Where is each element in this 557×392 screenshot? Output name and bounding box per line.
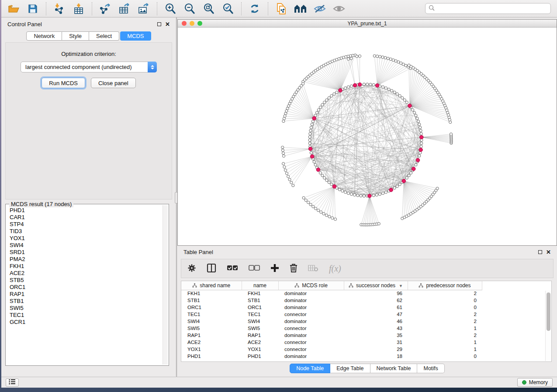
table-cell[interactable]: FKH1 xyxy=(181,290,242,297)
hide-selected-button[interactable] xyxy=(311,2,328,16)
table-row[interactable]: TEC1TEC1connector472 xyxy=(181,311,482,318)
table-cell[interactable]: FKH1 xyxy=(242,290,278,297)
table-cell[interactable]: TEC1 xyxy=(181,311,242,318)
deselect-all-button[interactable] xyxy=(249,265,260,272)
mcds-result-item[interactable]: SWI4 xyxy=(7,242,162,249)
table-cell[interactable]: dominator xyxy=(278,332,344,339)
import-table-button[interactable] xyxy=(70,2,87,16)
table-cell[interactable]: 62 xyxy=(344,297,408,304)
table-cell[interactable]: dominator xyxy=(278,353,344,360)
table-cell[interactable]: RAP1 xyxy=(242,332,278,339)
table-cell[interactable]: 35 xyxy=(344,332,408,339)
mcds-result-item[interactable]: SRD1 xyxy=(7,249,162,256)
refresh-view-button[interactable] xyxy=(246,2,263,16)
mcds-result-item[interactable]: PHD1 xyxy=(7,207,162,214)
table-row[interactable]: SWI4SWI4dominator462 xyxy=(181,318,482,325)
tab-network[interactable]: Network xyxy=(26,31,62,41)
table-cell[interactable]: ACE2 xyxy=(242,339,278,346)
table-cell[interactable]: dominator xyxy=(278,318,344,325)
table-cell[interactable]: 61 xyxy=(344,304,408,311)
table-row[interactable]: SWI5SWI5connector431 xyxy=(181,325,482,332)
memory-button[interactable]: Memory xyxy=(517,378,553,387)
table-row[interactable]: RAP1RAP1dominator352 xyxy=(181,332,482,339)
table-row[interactable]: PHD1PHD1dominator180 xyxy=(181,353,482,360)
close-panel-button[interactable]: Close panel xyxy=(91,78,136,88)
task-history-button[interactable] xyxy=(6,378,19,387)
mcds-result-item[interactable]: FKH1 xyxy=(7,263,162,270)
close-table-panel-icon[interactable]: ✕ xyxy=(546,250,551,254)
table-cell[interactable]: 1 xyxy=(408,346,482,353)
show-all-button[interactable] xyxy=(331,2,347,16)
table-cell[interactable]: 2 xyxy=(408,290,482,297)
table-cell[interactable]: 2 xyxy=(408,311,482,318)
mcds-result-item[interactable]: RAP1 xyxy=(7,291,162,298)
table-scrollbar[interactable] xyxy=(545,291,551,361)
mcds-result-item[interactable]: TID3 xyxy=(7,228,162,235)
tab-select[interactable]: Select xyxy=(89,31,119,41)
table-cell[interactable]: YOX1 xyxy=(181,346,242,353)
mcds-result-scrollbar[interactable] xyxy=(163,205,168,364)
table-cell[interactable]: 29 xyxy=(344,346,408,353)
criterion-select[interactable]: largest connected component (undirected) xyxy=(21,62,157,72)
table-cell[interactable]: PHD1 xyxy=(181,353,242,360)
table-cell[interactable]: connector xyxy=(278,339,344,346)
table-row[interactable]: ACE2ACE2connector311 xyxy=(181,339,482,346)
table-cell[interactable]: ORC1 xyxy=(242,304,278,311)
table-cell[interactable]: 43 xyxy=(344,325,408,332)
zoom-out-button[interactable] xyxy=(181,2,198,16)
table-cell[interactable]: ORC1 xyxy=(181,304,242,311)
tab-edge-table[interactable]: Edge Table xyxy=(330,364,370,373)
table-row[interactable]: YOX1YOX1connector291 xyxy=(181,346,482,353)
select-all-button[interactable] xyxy=(227,265,238,272)
function-builder-button[interactable]: f(x) xyxy=(329,264,341,274)
search-input[interactable] xyxy=(437,6,547,12)
close-panel-icon[interactable]: ✕ xyxy=(165,22,170,26)
tab-network-table[interactable]: Network Table xyxy=(370,364,418,373)
mcds-result-item[interactable]: YOX1 xyxy=(7,235,162,242)
column-header-predecessor-nodes[interactable]: predecessor nodes xyxy=(408,281,482,290)
table-cell[interactable]: 0 xyxy=(408,304,482,311)
table-cell[interactable]: 47 xyxy=(344,311,408,318)
mcds-result-item[interactable]: ORC1 xyxy=(7,284,162,291)
table-cell[interactable]: 18 xyxy=(344,353,408,360)
table-cell[interactable]: STB1 xyxy=(181,297,242,304)
table-cell[interactable]: 0 xyxy=(408,353,482,360)
table-cell[interactable]: 2 xyxy=(408,318,482,325)
mcds-result-item[interactable]: TEC1 xyxy=(7,312,162,319)
column-header-shared-name[interactable]: shared name xyxy=(181,281,242,290)
float-panel-icon[interactable] xyxy=(157,22,161,26)
first-neighbors-button[interactable] xyxy=(292,2,309,16)
add-column-button[interactable] xyxy=(270,264,279,274)
table-cell[interactable]: 2 xyxy=(408,332,482,339)
table-cell[interactable]: SWI5 xyxy=(181,325,242,332)
table-cell[interactable]: SWI4 xyxy=(181,318,242,325)
table-cell[interactable]: 46 xyxy=(344,318,408,325)
table-cell[interactable]: dominator xyxy=(278,290,344,297)
table-cell[interactable]: dominator xyxy=(278,304,344,311)
duplicate-network-button[interactable] xyxy=(273,2,290,16)
table-cell[interactable]: ACE2 xyxy=(181,339,242,346)
open-file-button[interactable] xyxy=(5,2,22,16)
column-header-MCDS-role[interactable]: MCDS role xyxy=(278,281,344,290)
table-cell[interactable]: PHD1 xyxy=(242,353,278,360)
column-header-successor-nodes[interactable]: successor nodes▼ xyxy=(344,281,408,290)
zoom-in-button[interactable] xyxy=(162,2,179,16)
show-columns-button[interactable] xyxy=(207,263,216,274)
delete-table-button[interactable] xyxy=(308,265,318,273)
import-network-button[interactable] xyxy=(51,2,68,16)
table-cell[interactable]: 96 xyxy=(344,290,408,297)
tab-motifs[interactable]: Motifs xyxy=(417,364,444,373)
zoom-selected-button[interactable] xyxy=(220,2,236,16)
zoom-fit-button[interactable] xyxy=(201,2,217,16)
export-network-button[interactable] xyxy=(97,2,114,16)
mcds-result-item[interactable]: GCR1 xyxy=(7,319,162,326)
mcds-result-item[interactable]: CAR1 xyxy=(7,214,162,221)
mcds-result-item[interactable]: SWI5 xyxy=(7,305,162,312)
network-graph[interactable] xyxy=(178,28,557,245)
table-scrollbar-thumb[interactable] xyxy=(547,292,550,331)
table-cell[interactable]: STB1 xyxy=(242,297,278,304)
table-cell[interactable]: 1 xyxy=(408,339,482,346)
table-cell[interactable]: TEC1 xyxy=(242,311,278,318)
table-cell[interactable]: dominator xyxy=(278,297,344,304)
network-titlebar[interactable]: YPA_prune.txt_1 xyxy=(178,20,557,28)
